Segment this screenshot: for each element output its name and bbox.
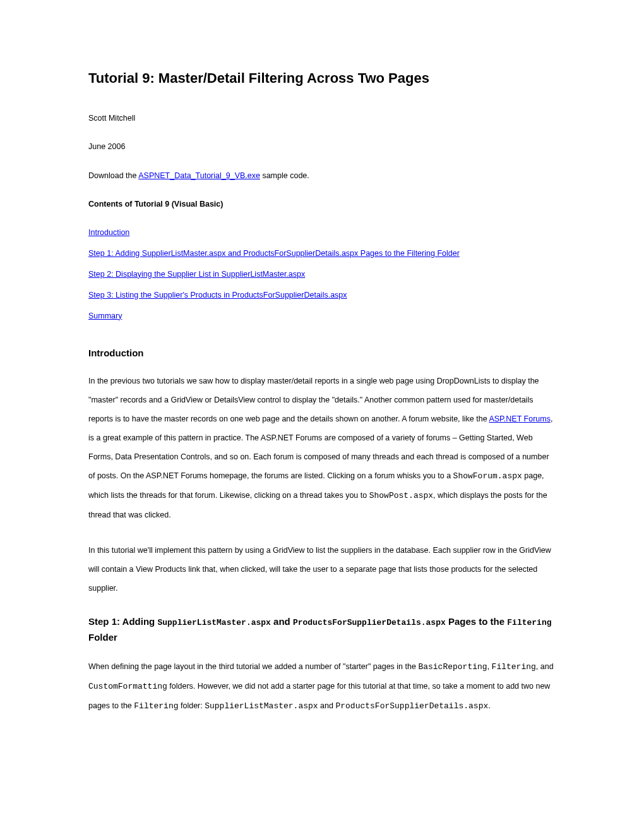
code-filtering: Filtering xyxy=(492,662,536,672)
code-filtering: Filtering xyxy=(507,618,551,627)
code-productsforsupplierdetails: ProductsForSupplierDetails.aspx xyxy=(293,618,446,627)
download-line: Download the ASPNET_Data_Tutorial_9_VB.e… xyxy=(88,171,556,182)
toc-link-introduction[interactable]: Introduction xyxy=(88,226,129,239)
intro-heading: Introduction xyxy=(88,346,556,361)
code-showforum: ShowForum.aspx xyxy=(453,471,522,481)
code-basicreporting: BasicReporting xyxy=(418,662,487,672)
heading-text: Pages to the xyxy=(446,616,508,627)
aspnet-forums-link[interactable]: ASP.NET Forums xyxy=(489,414,551,423)
author: Scott Mitchell xyxy=(88,113,556,124)
body-text: , and xyxy=(536,662,554,671)
contents-header: Contents of Tutorial 9 (Visual Basic) xyxy=(88,199,556,210)
body-text: , xyxy=(487,662,492,671)
body-text: When defining the page layout in the thi… xyxy=(88,662,418,671)
download-suffix: sample code. xyxy=(260,171,309,180)
date: June 2006 xyxy=(88,142,556,153)
body-text: , is a great example of this pattern in … xyxy=(88,414,552,480)
heading-text: Step 1: Adding xyxy=(88,616,157,627)
intro-paragraph-1: In the previous two tutorials we saw how… xyxy=(88,372,556,524)
table-of-contents: Introduction Step 1: Adding SupplierList… xyxy=(88,223,556,327)
heading-text: Folder xyxy=(88,632,117,643)
code-supplierlistmaster: SupplierListMaster.aspx xyxy=(157,618,270,627)
toc-link-summary[interactable]: Summary xyxy=(88,310,122,322)
toc-link-step2[interactable]: Step 2: Displaying the Supplier List in … xyxy=(88,268,305,281)
body-text: In the previous two tutorials we saw how… xyxy=(88,377,539,423)
page-title: Tutorial 9: Master/Detail Filtering Acro… xyxy=(88,70,556,88)
code-productsforsupplierdetails: ProductsForSupplierDetails.aspx xyxy=(335,701,488,711)
body-text: folder: xyxy=(179,701,205,710)
code-supplierlistmaster: SupplierListMaster.aspx xyxy=(205,701,318,711)
heading-text: and xyxy=(271,616,293,627)
step1-paragraph-1: When defining the page layout in the thi… xyxy=(88,657,556,716)
code-filtering: Filtering xyxy=(134,701,178,711)
download-link[interactable]: ASPNET_Data_Tutorial_9_VB.exe xyxy=(138,171,260,180)
toc-link-step3[interactable]: Step 3: Listing the Supplier's Products … xyxy=(88,289,347,301)
intro-paragraph-2: In this tutorial we'll implement this pa… xyxy=(88,541,556,598)
step1-heading: Step 1: Adding SupplierListMaster.aspx a… xyxy=(88,614,556,644)
body-text: . xyxy=(488,701,490,710)
code-customformatting: CustomFormatting xyxy=(88,682,167,691)
download-prefix: Download the xyxy=(88,171,138,180)
code-showpost: ShowPost.aspx xyxy=(369,491,433,500)
toc-link-step1[interactable]: Step 1: Adding SupplierListMaster.aspx a… xyxy=(88,247,460,260)
body-text: and xyxy=(318,701,336,710)
